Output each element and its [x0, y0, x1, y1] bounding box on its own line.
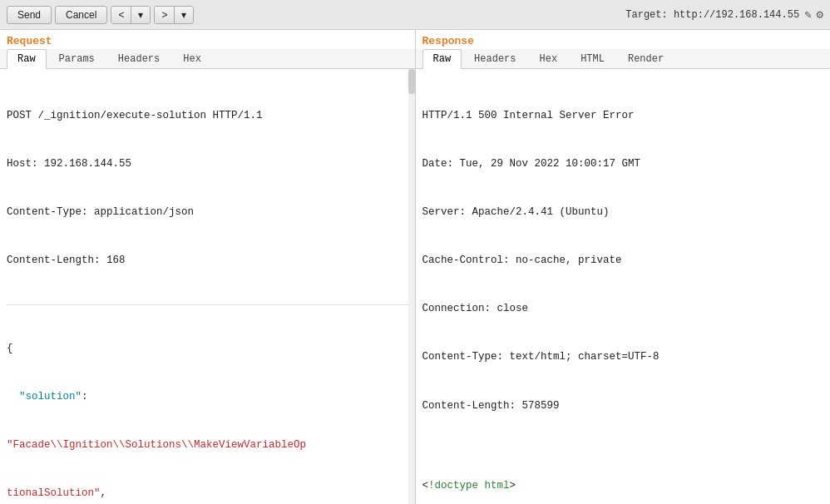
response-panel: Response Raw Headers Hex HTML Render HTT…	[416, 30, 831, 504]
nav-back-group: < ▾	[111, 6, 151, 24]
cancel-button[interactable]: Cancel	[55, 6, 107, 24]
toolbar-left: Send Cancel < ▾ > ▾	[7, 6, 194, 24]
doctype-keyword: !doctype html	[428, 480, 510, 492]
json-solution-value-1: "Facade\\Ignition\\Solutions\\MakeViewVa…	[7, 437, 408, 453]
response-date: Date: Tue, 29 Nov 2022 10:00:17 GMT	[422, 156, 824, 172]
request-panel-header: Request	[0, 30, 415, 49]
target-label: Target: http://192.168.144.55	[625, 9, 799, 21]
tab-response-render[interactable]: Render	[617, 49, 674, 68]
response-cache-control: Cache-Control: no-cache, private	[422, 253, 824, 269]
request-divider	[7, 304, 408, 305]
nav-fwd-dropdown-button[interactable]: ▾	[175, 7, 193, 23]
response-panel-header: Response	[416, 30, 831, 49]
request-header-line-3: Content-Type: application/json	[7, 205, 408, 220]
main-content: Request Raw Params Headers Hex POST /_ig…	[0, 30, 830, 504]
json-solution-value-2: tionalSolution",	[7, 486, 408, 502]
nav-back-dropdown-button[interactable]: ▾	[131, 7, 150, 23]
tab-response-headers[interactable]: Headers	[463, 49, 526, 68]
json-open-brace: {	[7, 341, 408, 357]
tab-request-hex[interactable]: Hex	[172, 49, 212, 68]
send-button[interactable]: Send	[7, 6, 52, 24]
tab-response-html[interactable]: HTML	[570, 49, 615, 68]
nav-fwd-group: > ▾	[154, 6, 194, 24]
tab-request-raw[interactable]: Raw	[7, 49, 47, 69]
response-body: HTTP/1.1 500 Internal Server Error Date:…	[416, 69, 831, 504]
request-panel: Request Raw Params Headers Hex POST /_ig…	[0, 30, 416, 504]
response-connection: Connection: close	[422, 301, 824, 317]
solution-value-part2: tionalSolution"	[7, 487, 101, 499]
settings-icon[interactable]: ⚙	[817, 7, 823, 22]
request-scrollbar-thumb	[408, 69, 415, 94]
request-headers-block: POST /_ignition/execute-solution HTTP/1.…	[7, 76, 408, 301]
request-body: POST /_ignition/execute-solution HTTP/1.…	[0, 69, 415, 504]
response-content-length: Content-Length: 578599	[422, 398, 824, 414]
target-info: Target: http://192.168.144.55 ✎ ⚙	[625, 7, 823, 22]
nav-fwd-button[interactable]: >	[155, 7, 175, 23]
response-tabs: Raw Headers Hex HTML Render	[416, 49, 831, 69]
solution-value-part1: "Facade\\Ignition\\Solutions\\MakeViewVa…	[7, 439, 306, 451]
request-tabs: Raw Params Headers Hex	[0, 49, 415, 69]
tab-response-raw[interactable]: Raw	[422, 49, 462, 69]
toolbar: Send Cancel < ▾ > ▾ Target: http://192.1…	[0, 0, 830, 30]
tab-request-headers[interactable]: Headers	[107, 49, 170, 68]
request-header-line-1: POST /_ignition/execute-solution HTTP/1.…	[7, 108, 408, 124]
request-header-line-2: Host: 192.168.144.55	[7, 156, 408, 172]
response-content-type: Content-Type: text/html; charset=UTF-8	[422, 349, 824, 365]
tab-response-hex[interactable]: Hex	[529, 49, 569, 68]
request-json-block: { "solution": "Facade\\Ignition\\Solutio…	[7, 309, 408, 504]
tab-request-params[interactable]: Params	[48, 49, 106, 68]
solution-key: "solution"	[19, 391, 82, 403]
nav-back-button[interactable]: <	[111, 7, 131, 23]
request-header-line-4: Content-Length: 168	[7, 253, 408, 269]
request-scrollbar[interactable]	[408, 69, 415, 504]
response-content: HTTP/1.1 500 Internal Server Error Date:…	[422, 76, 824, 504]
response-doctype: <!doctype html>	[422, 478, 824, 494]
response-status: HTTP/1.1 500 Internal Server Error	[422, 108, 824, 124]
response-server: Server: Apache/2.4.41 (Ubuntu)	[422, 205, 824, 220]
json-solution-line: "solution":	[7, 389, 408, 405]
edit-icon[interactable]: ✎	[804, 7, 811, 22]
